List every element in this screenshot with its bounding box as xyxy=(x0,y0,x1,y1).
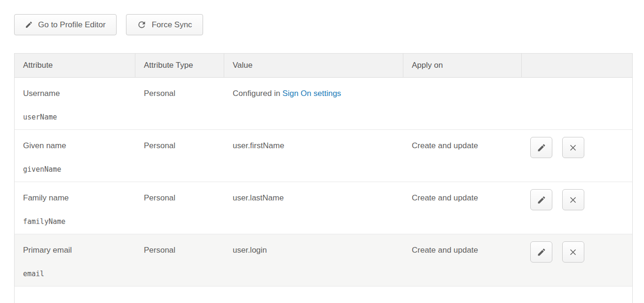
pencil-icon xyxy=(25,21,33,29)
x-icon xyxy=(568,247,578,257)
attribute-code: familyName xyxy=(23,217,127,226)
edit-attribute-button[interactable] xyxy=(530,189,552,210)
attribute-type-cell: Personal xyxy=(135,234,224,287)
table-body: Username userName Personal Configured in… xyxy=(14,78,633,287)
table-header: Attribute Attribute Type Value Apply on xyxy=(14,53,633,78)
value-cell: Configured in Sign On settings xyxy=(224,78,403,130)
attribute-type-cell: Personal xyxy=(135,130,224,182)
x-icon xyxy=(568,195,578,205)
delete-attribute-button[interactable] xyxy=(562,241,584,263)
attribute-code: userName xyxy=(23,113,127,121)
header-attribute-type: Attribute Type xyxy=(135,53,224,78)
go-to-profile-editor-button[interactable]: Go to Profile Editor xyxy=(14,14,117,35)
force-sync-label: Force Sync xyxy=(152,20,192,30)
attribute-type: Personal xyxy=(144,89,175,98)
toolbar: Go to Profile Editor Force Sync xyxy=(14,14,644,35)
attribute-type-cell: Personal xyxy=(135,78,224,130)
apply-on-cell: Create and update xyxy=(403,130,522,182)
apply-on-cell xyxy=(403,78,522,130)
attribute-type: Personal xyxy=(144,141,175,150)
value-cell: user.login xyxy=(224,234,403,287)
edit-attribute-button[interactable] xyxy=(530,137,552,158)
apply-on-cell: Create and update xyxy=(403,234,522,287)
sign-on-settings-link[interactable]: Sign On settings xyxy=(283,89,341,98)
table-row: Primary email email Personal user.login … xyxy=(14,234,633,287)
header-value: Value xyxy=(224,53,403,78)
delete-attribute-button[interactable] xyxy=(562,189,584,210)
attribute-code: email xyxy=(23,270,127,278)
apply-on-value: Create and update xyxy=(412,193,478,202)
attribute-cell: Username userName xyxy=(14,78,135,130)
table-row: Username userName Personal Configured in… xyxy=(14,78,633,130)
attribute-label: Username xyxy=(23,89,127,98)
value-cell: user.firstName xyxy=(224,130,403,182)
attribute-type: Personal xyxy=(144,193,175,202)
value-cell: user.lastName xyxy=(224,182,403,234)
edit-attribute-button[interactable] xyxy=(530,241,552,263)
pencil-icon xyxy=(537,247,546,257)
delete-attribute-button[interactable] xyxy=(562,137,584,158)
row-actions xyxy=(522,234,633,287)
attribute-cell: Primary email email xyxy=(14,234,135,287)
attribute-cell: Family name familyName xyxy=(14,182,135,234)
attribute-type-cell: Personal xyxy=(135,182,224,234)
attribute-label: Family name xyxy=(23,193,127,203)
pencil-icon xyxy=(537,143,546,152)
value-expression: user.firstName xyxy=(233,141,284,150)
table-row: Family name familyName Personal user.las… xyxy=(14,182,633,234)
value-text: Configured in xyxy=(233,89,283,98)
apply-on-cell: Create and update xyxy=(403,182,522,234)
header-attribute: Attribute xyxy=(14,53,135,78)
row-actions xyxy=(522,78,633,130)
attribute-mappings-page: Go to Profile Editor Force Sync Attribut… xyxy=(0,0,644,303)
apply-on-value: Create and update xyxy=(412,246,478,255)
row-actions xyxy=(522,182,633,234)
attribute-mappings-table: Attribute Attribute Type Value Apply on … xyxy=(14,53,633,303)
refresh-icon xyxy=(137,20,147,30)
row-actions xyxy=(522,130,633,182)
attribute-type: Personal xyxy=(144,246,175,255)
attribute-label: Given name xyxy=(23,141,127,151)
x-icon xyxy=(568,143,578,152)
pencil-icon xyxy=(537,195,546,205)
header-apply-on: Apply on xyxy=(403,53,522,78)
apply-on-value: Create and update xyxy=(412,141,478,150)
go-to-profile-editor-label: Go to Profile Editor xyxy=(38,20,106,30)
header-actions xyxy=(522,53,633,78)
attribute-cell: Given name givenName xyxy=(14,130,135,182)
value-expression: user.lastName xyxy=(233,193,284,202)
table-row: Given name givenName Personal user.first… xyxy=(14,130,633,182)
partial-next-row xyxy=(14,287,633,303)
attribute-code: givenName xyxy=(23,165,127,174)
force-sync-button[interactable]: Force Sync xyxy=(126,14,203,35)
attribute-label: Primary email xyxy=(23,246,127,255)
value-expression: user.login xyxy=(233,246,267,255)
